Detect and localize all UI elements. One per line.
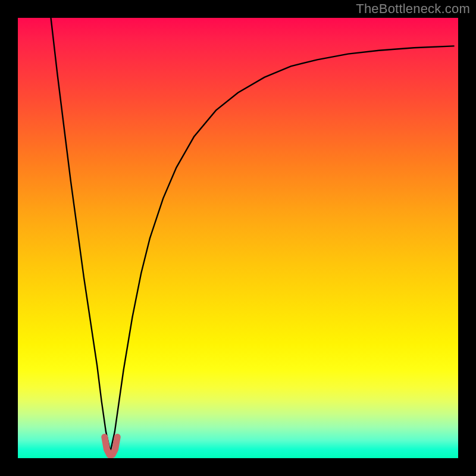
curve-layer (18, 18, 458, 458)
chart-frame: TheBottleneck.com (0, 0, 476, 476)
bottleneck-curve-path (51, 18, 454, 452)
watermark-text: TheBottleneck.com (356, 1, 470, 17)
plot-area[interactable] (18, 18, 458, 458)
